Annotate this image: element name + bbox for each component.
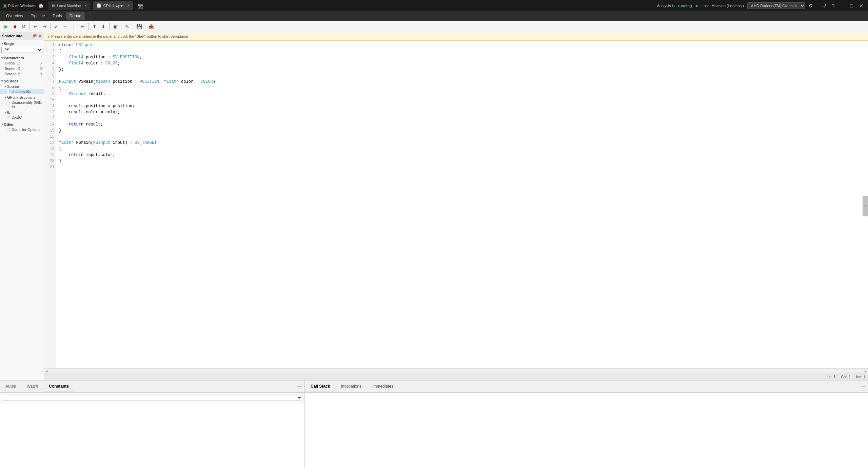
gpu-instructions-label[interactable]: GPU Instructions [0, 94, 44, 100]
close-btn[interactable]: ✕ [857, 2, 865, 9]
menu-bar: Overview Pipeline Tools Debug [0, 11, 868, 21]
tab-gpu4-icon: 📄 [97, 3, 101, 8]
tab-watch[interactable]: Watch [21, 382, 44, 391]
camera-icon[interactable]: 📷 [137, 3, 143, 8]
scroll-left-arrow[interactable]: ◂ [45, 369, 47, 373]
bottom-content-row: Autos Watch Constants — Call Stack Invoc… [0, 381, 868, 468]
publish-button[interactable]: 📤 [147, 22, 155, 31]
bottom-right-content [305, 393, 868, 468]
tab-constants[interactable]: Constants [43, 382, 74, 391]
sources-section: Sources Source 📄 shaders.hlsl GPU Instru… [0, 77, 44, 121]
menu-pipeline[interactable]: Pipeline [27, 12, 48, 20]
file-icon-dxbc: 📄 [6, 116, 10, 119]
tab-gpu4[interactable]: 📄 GPU 4.wpx* ✕ [93, 1, 133, 10]
step-out-button[interactable]: ↑ [70, 22, 78, 31]
parameters-label[interactable]: Parameters [0, 55, 44, 60]
scroll-right-arrow[interactable]: ▸ [865, 369, 867, 373]
info-text: Please enter parameters in the panel and… [51, 34, 188, 38]
status-idc: Idc: 1 [856, 375, 865, 379]
content-area: Shader Info 📌 ✕ Stage PS Parameters Glob… [0, 32, 868, 380]
menu-tools[interactable]: Tools [49, 12, 65, 20]
home-icon[interactable]: 🏠 [38, 3, 44, 8]
sidebar-header-icons: 📌 ✕ [32, 34, 42, 38]
bottom-right-minimize[interactable]: — [861, 384, 865, 389]
compiler-options-item[interactable]: 📄 Compiler Options [0, 127, 44, 132]
save-button[interactable]: 💾 [135, 22, 143, 31]
restart-button[interactable]: ↺ [20, 22, 28, 31]
bottom-panels: Autos Watch Constants — Call Stack Invoc… [0, 380, 868, 468]
redo-button[interactable]: ↪ [40, 22, 48, 31]
tab-local-machine-close[interactable]: ✕ [84, 4, 87, 7]
source-subsection[interactable]: Source [0, 83, 44, 89]
title-bar: ▣ PIX on Windows 🏠 🖥 Local Machine ✕ 📄 G… [0, 0, 868, 11]
info-banner: ℹ Please enter parameters in the panel a… [44, 32, 868, 41]
sep6 [133, 23, 133, 30]
other-label[interactable]: Other [0, 121, 44, 127]
step-back-button[interactable]: ↩ [79, 22, 87, 31]
disassembly-item[interactable]: 📄 Disassembly (GID 5) [0, 100, 44, 109]
tab-autos[interactable]: Autos [0, 382, 21, 391]
file-icon-co: 📄 [6, 128, 10, 132]
param-screen-x: Screen X0 [0, 66, 44, 71]
tab-gpu4-close[interactable]: ✕ [127, 4, 130, 7]
app-icon: ▣ [3, 3, 7, 8]
settings-icon[interactable]: ⚙ [809, 3, 813, 8]
edit-button[interactable]: ✎ [123, 22, 131, 31]
breakpoint-button[interactable]: ◉ [111, 22, 119, 31]
parameters-section: Parameters Global ID5 Screen X0 Screen Y… [0, 54, 44, 77]
step-into-button[interactable]: ↙ [52, 22, 60, 31]
line-numbers: 12345 678910 1112131415 1617181920 21 [44, 41, 56, 368]
code-content[interactable]: struct PSInput { float4 position : SV_PO… [56, 41, 868, 368]
main-container: Shader Info 📌 ✕ Stage PS Parameters Glob… [0, 32, 868, 468]
sep3 [88, 23, 89, 30]
up-button[interactable]: ⬆ [91, 22, 99, 31]
code-scrollbar-h[interactable]: ◂ ▸ [44, 368, 868, 373]
shader-info-title: Shader Info [2, 34, 23, 38]
restore-btn[interactable]: □ [848, 2, 855, 9]
constants-dropdown[interactable] [2, 394, 302, 401]
stop-button[interactable]: ■ [11, 22, 19, 31]
sidebar-close-btn[interactable]: ✕ [38, 34, 42, 38]
tab-local-machine-icon: 🖥 [51, 4, 55, 8]
bottom-left-panel: Autos Watch Constants — [0, 381, 305, 468]
source-file-shaders[interactable]: 📄 shaders.hlsl [0, 89, 44, 94]
minimize-btn[interactable]: ─ [839, 2, 846, 9]
tab-immediates[interactable]: Immediates [367, 382, 399, 391]
tab-local-machine[interactable]: 🖥 Local Machine ✕ [48, 1, 91, 10]
param-global-id: Global ID5 [0, 60, 44, 66]
shader-info-header: Shader Info 📌 ✕ [0, 32, 44, 40]
menu-debug[interactable]: Debug [66, 12, 85, 20]
msg-btn[interactable]: 🗨 [819, 2, 828, 9]
menu-overview[interactable]: Overview [3, 12, 26, 20]
sep1 [29, 23, 30, 30]
help-btn[interactable]: ? [830, 2, 837, 9]
sidebar-pin-btn[interactable]: 📌 [32, 34, 37, 38]
file-icon: 📄 [6, 90, 10, 94]
code-editor[interactable]: 12345 678910 1112131415 1617181920 21 st… [44, 41, 868, 368]
dxbc-item[interactable]: 📄 DXBC [0, 115, 44, 120]
run-button[interactable]: ▶ [2, 22, 10, 31]
stage-dropdown[interactable]: PS [1, 47, 42, 53]
status-ln: Ln: 1 [827, 375, 835, 379]
sep7 [145, 23, 145, 30]
tab-invocations[interactable]: Invocations [335, 382, 367, 391]
stage-label[interactable]: Stage [0, 41, 44, 46]
undo-button[interactable]: ↩ [32, 22, 40, 31]
sources-label[interactable]: Sources [0, 78, 44, 83]
bottom-left-minimize[interactable]: — [297, 384, 302, 389]
down-button[interactable]: ⬇ [99, 22, 107, 31]
gpu-dropdown[interactable]: AMD Radeon(TM) Graphics [747, 2, 805, 9]
status-col: Col: 1 [841, 375, 851, 379]
stage-section: Stage PS [0, 40, 44, 54]
bottom-right-panel: Call Stack Invocations Immediates — [305, 381, 868, 468]
bottom-left-toolbar [0, 393, 304, 403]
code-panel: ℹ Please enter parameters in the panel a… [44, 32, 868, 380]
toolbar: ▶ ■ ↺ ↩ ↪ ↙ → ↑ ↩ ⬆ ⬇ ◉ ✎ 💾 📤 [0, 21, 868, 32]
step-over-button[interactable]: → [61, 22, 69, 31]
right-handle[interactable]: ≡ [863, 196, 868, 216]
param-screen-y: Screen Y0 [0, 71, 44, 77]
il-label[interactable]: IL [0, 109, 44, 115]
tab-call-stack[interactable]: Call Stack [305, 382, 335, 391]
bottom-right-tabs: Call Stack Invocations Immediates — [305, 381, 868, 393]
sep4 [109, 23, 110, 30]
